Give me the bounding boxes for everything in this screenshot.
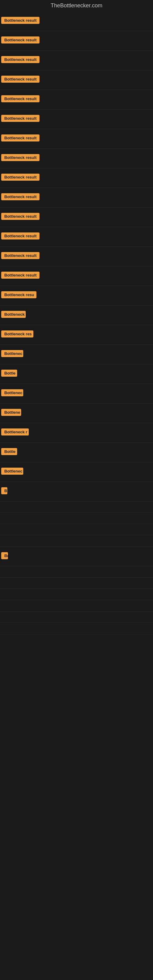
bottleneck-badge[interactable]: Bottlenec (1, 389, 23, 396)
list-item: B (0, 482, 153, 501)
bottleneck-badge[interactable]: Bottleneck result (1, 154, 40, 161)
list-item: Bottlenec (0, 384, 153, 403)
list-item: Bottle (0, 364, 153, 384)
list-item (0, 623, 153, 634)
bottleneck-badge[interactable]: Bottleneck result (1, 76, 40, 83)
list-item: Bottlene (0, 403, 153, 423)
list-item: Bottleneck result (0, 188, 153, 207)
bottleneck-badge[interactable]: Bottleneck result (1, 56, 40, 63)
list-item: Bottleneck result (0, 168, 153, 188)
list-item: Bottleneck result (0, 11, 153, 31)
bottleneck-badge[interactable]: Bottleneck result (1, 134, 40, 142)
list-item: Bottleneck result (0, 51, 153, 70)
list-item: Bottleneck result (0, 247, 153, 266)
list-item: Bottlenec (0, 345, 153, 364)
list-item: Bottlenec (0, 462, 153, 482)
bottleneck-badge[interactable]: Bottlenec (1, 350, 23, 357)
bottleneck-badge[interactable]: Bottle (1, 370, 17, 377)
list-item: Bottleneck (0, 305, 153, 325)
list-item: Bottleneck result (0, 90, 153, 109)
list-item: Bottleneck resu (0, 286, 153, 305)
bottleneck-badge[interactable]: Bottleneck result (1, 37, 40, 43)
bottleneck-badge[interactable]: Bottleneck result (1, 173, 40, 181)
bottleneck-badge[interactable]: Bottleneck result (1, 272, 40, 279)
bottleneck-badge[interactable]: Bottleneck result (1, 17, 40, 24)
bottleneck-badge[interactable]: Bottleneck result (1, 213, 40, 220)
bottleneck-badge[interactable]: Bottle (1, 448, 17, 455)
bottleneck-badge[interactable]: Bottleneck resu (1, 291, 37, 298)
list-item (0, 612, 153, 623)
list-item (0, 566, 153, 578)
list-item (0, 578, 153, 589)
bottleneck-badge[interactable]: Bo (1, 552, 8, 559)
list-item (0, 600, 153, 612)
list-item (0, 501, 153, 513)
list-item (0, 513, 153, 524)
bottleneck-badge[interactable]: Bottleneck result (1, 193, 40, 200)
bottleneck-badge[interactable]: Bottleneck result (1, 252, 40, 259)
list-item: Bottleneck res (0, 325, 153, 345)
bottleneck-badge[interactable]: Bottleneck result (1, 115, 40, 122)
list-item: Bottleneck result (0, 109, 153, 129)
list-item: Bottleneck result (0, 70, 153, 90)
list-item: Bottle (0, 442, 153, 462)
list-item: Bottleneck result (0, 31, 153, 51)
bottleneck-badge[interactable]: Bottleneck res (1, 331, 33, 337)
list-item (0, 589, 153, 600)
list-item: Bottleneck result (0, 207, 153, 227)
list-item (0, 535, 153, 547)
list-item: Bottleneck r (0, 423, 153, 442)
bottleneck-badge[interactable]: B (1, 487, 7, 494)
list-item: Bottleneck result (0, 227, 153, 247)
list-item: Bottleneck result (0, 129, 153, 148)
bottleneck-badge[interactable]: Bottlenec (1, 468, 23, 475)
bottleneck-badge[interactable]: Bottlene (1, 409, 21, 416)
site-title: TheBottlenecker.com (0, 0, 153, 11)
list-item: Bo (0, 547, 153, 566)
bottleneck-badge[interactable]: Bottleneck result (1, 95, 40, 102)
list-item (0, 524, 153, 535)
bottleneck-badge[interactable]: Bottleneck result (1, 232, 40, 240)
bottleneck-badge[interactable]: Bottleneck r (1, 428, 29, 436)
bottleneck-badge[interactable]: Bottleneck (1, 311, 26, 318)
list-item: Bottleneck result (0, 266, 153, 286)
list-item: Bottleneck result (0, 148, 153, 168)
